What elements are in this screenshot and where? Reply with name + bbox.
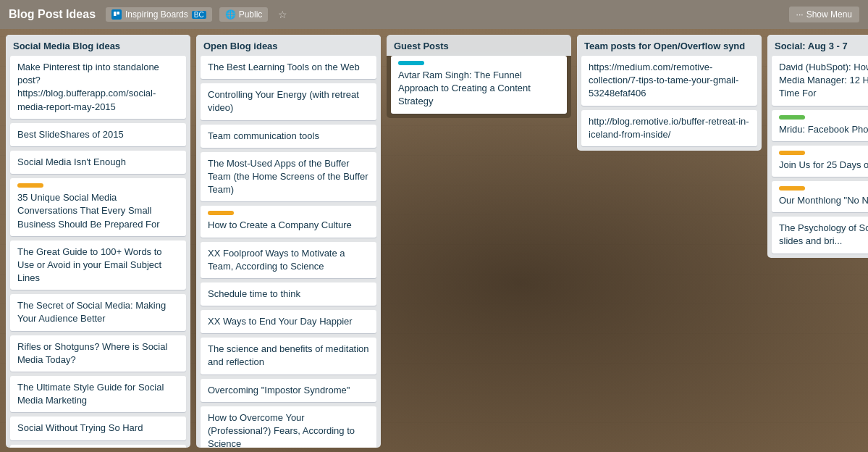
card[interactable]: Controlling Your Energy (with retreat vi… [201, 83, 376, 120]
card[interactable]: Avtar Ram Singh: The Funnel Approach to … [391, 56, 567, 114]
board: Social Media Blog ideasMake Pinterest ti… [0, 29, 868, 452]
card-text: http://blog.remotive.io/buffer-retreat-i… [589, 116, 749, 140]
card[interactable]: https://medium.com/remotive-collection/7… [581, 56, 757, 106]
card[interactable]: Overcoming "Impostor Syndrome" [201, 379, 376, 402]
column-cards-open-blog: The Best Learning Tools on the WebContro… [196, 56, 381, 448]
card-text: The Secret of Social Media: Making Your … [17, 300, 166, 324]
card[interactable]: Rifles or Shotguns? Where is Social Medi… [10, 335, 186, 372]
card-text: Social Media Isn't Enough [17, 156, 126, 167]
dots-icon: ··· [796, 9, 804, 20]
visibility-label: Public [239, 9, 263, 20]
card-text: The Psychology of Soc... (Mozcon slides … [779, 222, 868, 246]
card[interactable]: The Ultimate Style Guide for Social Medi… [10, 376, 186, 412]
card-text: Controlling Your Energy (with retreat vi… [208, 89, 359, 113]
card-text: Mridu: Facebook Photo... [779, 124, 868, 135]
card[interactable]: Our Monthlong "No Ne... Experiment [772, 181, 868, 212]
column-cards-guest-posts: Avtar Ram Singh: The Funnel Approach to … [387, 56, 571, 118]
column-social-media: Social Media Blog ideasMake Pinterest ti… [6, 35, 190, 448]
card-text: 35 Unique Social Media Conversations Tha… [17, 192, 160, 229]
card[interactable]: How to Create a Company Culture [201, 206, 376, 237]
column-header-open-blog: Open Blog ideas [196, 35, 381, 56]
card-text: The Ultimate Style Guide for Social Medi… [17, 382, 164, 406]
card-label-orange [208, 211, 234, 215]
star-icon[interactable]: ☆ [278, 9, 287, 20]
card[interactable]: 35 Unique Social Media Conversations Tha… [10, 178, 186, 236]
card[interactable]: Best SlideShares of 2015 [10, 123, 186, 146]
card-text: XX Foolproof Ways to Motivate a Team, Ac… [208, 248, 345, 272]
card[interactable]: Social Without Trying So Hard [10, 417, 186, 440]
card[interactable]: The Psychology of Soc... (Mozcon slides … [772, 217, 868, 253]
card[interactable]: XX Ways to End Your Day Happier [201, 310, 376, 333]
card[interactable]: The Secret of Social Media: Making Your … [10, 294, 186, 330]
card[interactable]: Mridu: Facebook Photo... [772, 110, 868, 141]
card-text: Schedule time to think [208, 288, 300, 299]
card[interactable]: The science and benefits of meditation a… [201, 338, 376, 374]
card-text: How to Overcome Your (Professional?) Fea… [208, 412, 355, 448]
card[interactable]: The Great Guide to 100+ Words to Use or … [10, 240, 186, 290]
column-team-posts: Team posts for Open/Overflow syndhttps:/… [577, 35, 762, 151]
header-right-section: ··· Show Menu [789, 7, 859, 22]
column-cards-social-media: Make Pinterest tip into standalone post?… [6, 56, 190, 448]
card-text: David (HubSpot): How to Be a Social Medi… [779, 62, 868, 99]
column-header-social-aug: Social: Aug 3 - 7 [767, 35, 868, 56]
column-open-blog: Open Blog ideasThe Best Learning Tools o… [196, 35, 381, 448]
card-label-orange [779, 151, 805, 155]
card[interactable]: David (HubSpot): How to Be a Social Medi… [772, 56, 868, 106]
card-label-green [779, 115, 805, 120]
svg-rect-0 [114, 12, 117, 16]
card[interactable]: http://blog.remotive.io/buffer-retreat-i… [581, 110, 757, 146]
column-cards-social-aug: David (HubSpot): How to Be a Social Medi… [767, 56, 868, 258]
card-text: Make Pinterest tip into standalone post?… [17, 62, 159, 112]
card-label-orange [779, 186, 805, 191]
card-text: Avtar Ram Singh: The Funnel Approach to … [398, 70, 531, 106]
card[interactable]: Social Media Isn't Enough [10, 151, 186, 174]
card-text: How to Create a Company Culture [208, 219, 352, 230]
workspace-initials: BC [192, 11, 206, 19]
workspace-name: Inspiring Boards [125, 9, 188, 20]
card-text: Our Monthlong "No Ne... Experiment [779, 195, 868, 206]
card-text: Team communication tools [208, 130, 319, 141]
card-label-orange [17, 183, 43, 188]
show-menu-button[interactable]: ··· Show Menu [789, 7, 859, 22]
column-header-social-media: Social Media Blog ideas [6, 35, 190, 56]
card-text: The Best Learning Tools on the Web [208, 62, 360, 72]
card[interactable]: XX Foolproof Ways to Motivate a Team, Ac… [201, 242, 376, 278]
svg-rect-1 [117, 12, 120, 14]
card[interactable]: Join Us for 25 Days of Strategies [772, 146, 868, 177]
column-social-aug: Social: Aug 3 - 7David (HubSpot): How to… [767, 35, 868, 258]
card[interactable]: Team communication tools [201, 125, 376, 148]
card[interactable]: Schedule time to think [201, 282, 376, 306]
card-label-teal [398, 61, 424, 65]
card-text: https://medium.com/remotive-collection/7… [589, 62, 738, 99]
board-title: Blog Post Ideas [9, 8, 96, 21]
card-text: Overcoming "Impostor Syndrome" [208, 385, 350, 396]
card[interactable]: The Best Learning Tools on the Web [201, 56, 376, 79]
card[interactable]: XX Creative Ways to Use Emojis... [10, 445, 186, 448]
card[interactable]: The Most-Used Apps of the Buffer Team (t… [201, 152, 376, 202]
card[interactable]: Make Pinterest tip into standalone post?… [10, 56, 186, 119]
show-menu-label: Show Menu [806, 9, 852, 20]
column-header-team-posts: Team posts for Open/Overflow synd [577, 35, 762, 56]
card-text: Best SlideShares of 2015 [17, 129, 124, 140]
card[interactable]: How to Overcome Your (Professional?) Fea… [201, 406, 376, 448]
card-text: The Great Guide to 100+ Words to Use or … [17, 246, 162, 283]
card-text: Join Us for 25 Days of Strategies [779, 159, 868, 170]
board-header: Blog Post Ideas Inspiring Boards BC 🌐 Pu… [0, 0, 868, 29]
card-text: XX Ways to End Your Day Happier [208, 316, 353, 327]
column-header-guest-posts: Guest Posts [387, 35, 571, 56]
card-text: The science and benefits of meditation a… [208, 343, 369, 367]
card-text: The Most-Used Apps of the Buffer Team (t… [208, 158, 368, 195]
globe-icon: 🌐 [225, 9, 236, 20]
column-cards-team-posts: https://medium.com/remotive-collection/7… [577, 56, 762, 151]
visibility-badge[interactable]: 🌐 Public [219, 7, 269, 22]
card-text: Rifles or Shotguns? Where is Social Medi… [17, 341, 167, 365]
board-workspace-badge[interactable]: Inspiring Boards BC [106, 7, 212, 22]
trello-icon [111, 9, 122, 20]
column-guest-posts: Guest PostsAvtar Ram Singh: The Funnel A… [387, 35, 571, 118]
card-text: Social Without Trying So Hard [17, 422, 143, 433]
